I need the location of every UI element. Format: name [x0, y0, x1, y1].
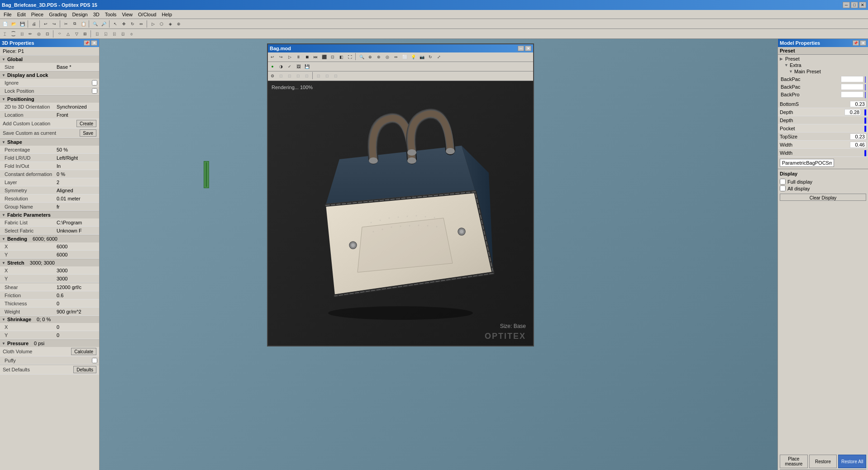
tree-item-backpac-2[interactable]: BackPac: [780, 83, 840, 90]
bag-tb-6[interactable]: ⏭: [311, 53, 320, 61]
depth2-slider[interactable]: ▐: [863, 118, 866, 123]
zoom-in-btn[interactable]: 🔍: [91, 20, 99, 28]
mirror-btn[interactable]: ⇔: [137, 20, 145, 28]
tb2-6[interactable]: ⊡: [43, 30, 52, 38]
tb2-14[interactable]: ⌼: [119, 30, 127, 38]
bag-tb3-7[interactable]: ⊡: [323, 72, 331, 80]
tool1-btn[interactable]: ▷: [149, 20, 157, 28]
bag-tb2-4[interactable]: 🖼: [294, 62, 302, 71]
stretch-header[interactable]: ▼ Stretch 3000; 3000: [0, 259, 99, 266]
lock-position-checkbox[interactable]: [92, 88, 97, 94]
shape-header[interactable]: ▼ Shape: [0, 138, 99, 146]
new-btn[interactable]: 📄: [1, 20, 9, 28]
bag-tb2-3[interactable]: ✓: [286, 62, 294, 71]
menu-tools[interactable]: Tools: [102, 11, 119, 18]
close-button[interactable]: ✕: [859, 2, 866, 8]
display-lock-header[interactable]: ▼ Display and Lock: [0, 71, 99, 79]
bag-close-btn[interactable]: ✕: [525, 46, 531, 51]
place-measure-button[interactable]: Place measure: [780, 455, 808, 468]
tb2-13[interactable]: ⌻: [110, 30, 118, 38]
positioning-header[interactable]: ▼ Positioning: [0, 95, 99, 103]
tb2-15[interactable]: ⌽: [127, 30, 135, 38]
bag-tb-8[interactable]: ⊡: [329, 53, 337, 61]
tb2-10[interactable]: ⊞: [81, 30, 89, 38]
backpac-1-slider-icon[interactable]: |: [864, 76, 866, 83]
bag-tb-19[interactable]: ↻: [426, 53, 434, 61]
tree-item-backpac-1[interactable]: BackPac: [780, 76, 840, 83]
model-panel-pin-btn[interactable]: 📌: [853, 40, 859, 46]
all-display-checkbox[interactable]: [780, 185, 786, 191]
panel-pin-btn[interactable]: 📌: [84, 40, 90, 46]
tb2-2[interactable]: ⁐: [9, 30, 17, 38]
puffy-checkbox[interactable]: [92, 358, 97, 363]
bag-viewport[interactable]: Rendering... 100%: [268, 81, 533, 346]
backpac-2-slider-icon[interactable]: |: [864, 83, 866, 90]
tb2-7[interactable]: ⌔: [55, 30, 63, 38]
bag-tb-9[interactable]: ◧: [337, 53, 345, 61]
bending-header[interactable]: ▼ Bending 6000; 6000: [0, 235, 99, 242]
restore-all-button[interactable]: Restore All: [838, 455, 866, 468]
3d-viewport[interactable]: Bag.mod ─ ✕ ↩ ↪ ▷ ⏸ ⏹ ⏭ ⬛ ⊡ ◧ ⛶: [100, 39, 777, 470]
bag-tb3-1[interactable]: ⚙: [268, 72, 277, 80]
tb2-12[interactable]: ⌺: [101, 30, 110, 38]
tb2-4[interactable]: ✏: [26, 30, 34, 38]
all-display-label[interactable]: All display: [787, 186, 810, 191]
tb2-9[interactable]: ▽: [72, 30, 81, 38]
bag-tb-14[interactable]: ◎: [383, 53, 391, 61]
copy-btn[interactable]: ⧉: [71, 20, 79, 28]
menu-help[interactable]: Help: [159, 11, 175, 18]
menu-design[interactable]: Design: [69, 11, 90, 18]
tb2-8[interactable]: △: [64, 30, 72, 38]
bag-tb-11[interactable]: 🔍: [358, 53, 366, 61]
clear-display-button[interactable]: Clear Display: [780, 194, 866, 201]
menu-ocloud[interactable]: O/Cloud: [135, 11, 159, 18]
bag-tb-13[interactable]: ⊗: [375, 53, 383, 61]
bag-tb-17[interactable]: 💡: [409, 53, 417, 61]
properties-scroll[interactable]: ▼ Global Size Base * ▼ Display and Lock …: [0, 56, 99, 470]
fabric-params-header[interactable]: ▼ Fabric Parameters: [0, 211, 99, 218]
maximize-button[interactable]: □: [851, 2, 858, 8]
bag-window[interactable]: Bag.mod ─ ✕ ↩ ↪ ▷ ⏸ ⏹ ⏭ ⬛ ⊡ ◧ ⛶: [267, 43, 534, 347]
menu-edit[interactable]: Edit: [14, 11, 29, 18]
defaults-button[interactable]: Defaults: [73, 366, 96, 373]
bag-tb-10[interactable]: ⛶: [346, 53, 354, 61]
tb2-1[interactable]: ⌶: [0, 30, 9, 38]
bag-tb-15[interactable]: ⇔: [392, 53, 400, 61]
paste-btn[interactable]: 📋: [79, 20, 87, 28]
minimize-button[interactable]: ─: [843, 2, 850, 8]
backpro-slider-icon[interactable]: |: [864, 91, 866, 98]
tb2-3[interactable]: ⌸: [18, 30, 26, 38]
model-panel-close-btn[interactable]: ✕: [860, 40, 866, 46]
print-btn[interactable]: 🖨: [30, 20, 38, 28]
menu-3d[interactable]: 3D: [91, 11, 102, 18]
cut-btn[interactable]: ✂: [62, 20, 70, 28]
preset-name-input[interactable]: [780, 159, 834, 167]
select-btn[interactable]: ↖: [111, 20, 119, 28]
full-display-checkbox[interactable]: [780, 179, 786, 185]
bag-tb-20[interactable]: ⤢: [435, 53, 443, 61]
zoom-out-btn[interactable]: 🔎: [100, 20, 108, 28]
bag-tb3-2[interactable]: ⊡: [277, 72, 285, 80]
pocket-slider[interactable]: ▐: [863, 126, 866, 131]
backpac-1-input[interactable]: [841, 76, 863, 82]
bag-tb3-5[interactable]: ⊡: [303, 72, 311, 80]
backpac-2-input[interactable]: [841, 84, 863, 90]
bag-tb2-5[interactable]: 💾: [303, 62, 311, 71]
save-button[interactable]: Save: [80, 129, 96, 137]
menu-view[interactable]: View: [119, 11, 135, 18]
tree-preset-root[interactable]: ▶ Preset: [779, 56, 867, 62]
bag-tb-5[interactable]: ⏹: [303, 53, 311, 61]
bag-tb-4[interactable]: ⏸: [294, 53, 302, 61]
menu-piece[interactable]: Piece: [29, 11, 47, 18]
tree-main-preset[interactable]: ▼ Main Preset: [788, 68, 867, 75]
tool2-btn[interactable]: ⬡: [157, 20, 166, 28]
tool3-btn[interactable]: ◈: [166, 20, 174, 28]
bag-tb3-8[interactable]: ⊡: [332, 72, 340, 80]
calculate-button[interactable]: Calculate: [71, 348, 96, 355]
bag-tb-7[interactable]: ⬛: [320, 53, 328, 61]
tb2-11[interactable]: ⌹: [93, 30, 101, 38]
bag-tb-1[interactable]: ↩: [268, 53, 277, 61]
bag-tb-16[interactable]: ⬜: [401, 53, 409, 61]
restore-button[interactable]: Restore: [809, 455, 837, 468]
ignore-checkbox[interactable]: [92, 80, 97, 85]
